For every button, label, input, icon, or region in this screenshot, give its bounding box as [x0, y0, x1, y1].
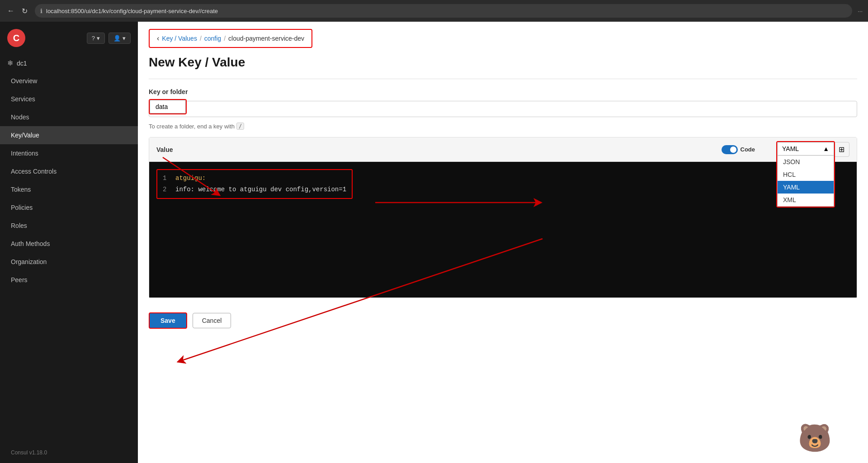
divider: [149, 79, 857, 79]
line-num-1: 1: [163, 173, 170, 184]
format-selected: YAML: [782, 145, 799, 152]
back-button[interactable]: ←: [5, 5, 16, 17]
sidebar-item-services[interactable]: Services: [0, 90, 138, 108]
breadcrumb-sep-1: /: [200, 35, 202, 42]
svg-line-2: [181, 239, 542, 361]
code-line-1: 1 atguigu:: [163, 173, 346, 184]
user-chevron: ▾: [123, 35, 126, 42]
value-section: Value Code ⊞ YAML ▲: [149, 137, 857, 298]
save-button[interactable]: Save: [149, 312, 187, 329]
sidebar-item-overview[interactable]: Overview: [0, 72, 138, 90]
browser-menu[interactable]: ···: [858, 8, 863, 14]
code-editor[interactable]: 1 atguigu: 2 info: welcome to atguigu de…: [149, 162, 857, 298]
breadcrumb: ‹ Key / Values / config / cloud-payment-…: [149, 29, 312, 48]
sidebar-item-peers[interactable]: Peers: [0, 271, 138, 289]
breadcrumb-back-icon: ‹: [157, 34, 159, 43]
browser-action-buttons: ···: [858, 8, 863, 14]
sidebar-header: C ? ▾ 👤 ▾: [0, 22, 138, 54]
format-options-list: JSON HCL YAML XML: [777, 156, 834, 207]
hint-text: To create a folder, end a key with /: [149, 123, 857, 130]
value-label: Value: [156, 146, 173, 153]
cancel-button[interactable]: Cancel: [193, 313, 231, 328]
sidebar-item-roles[interactable]: Roles: [0, 217, 138, 235]
sidebar-item-key-value[interactable]: Key/Value: [0, 126, 138, 144]
format-dropdown-container: YAML ▲ JSON HCL YAML XML: [776, 141, 835, 208]
format-option-hcl[interactable]: HCL: [778, 168, 834, 181]
copy-button[interactable]: ⊞: [834, 142, 849, 157]
value-header: Value Code ⊞: [149, 137, 857, 162]
format-trigger[interactable]: YAML ▲: [777, 142, 834, 156]
breadcrumb-config[interactable]: config: [204, 35, 221, 42]
arrows-overlay: [138, 22, 665, 424]
hint-section: To create a folder, end a key with /: [138, 123, 868, 137]
sidebar-item-policies[interactable]: Policies: [0, 198, 138, 217]
code-line-2: 2 info: welcome to atguigu dev config,ve…: [163, 184, 346, 195]
help-chevron: ▾: [97, 35, 100, 42]
format-option-yaml[interactable]: YAML: [778, 181, 834, 194]
sidebar: C ? ▾ 👤 ▾ ❄ dc1 Overview Services Nodes …: [0, 22, 138, 463]
format-dropdown: YAML ▲ JSON HCL YAML XML: [776, 141, 835, 208]
key-input[interactable]: [150, 100, 186, 113]
consul-logo: C: [7, 29, 25, 47]
code-toggle[interactable]: Code: [722, 145, 755, 154]
user-icon: 👤: [113, 35, 121, 42]
help-button[interactable]: ? ▾: [87, 33, 105, 44]
sidebar-version: Consul v1.18.0: [0, 442, 138, 463]
address-bar[interactable]: ℹ localhost:8500/ui/dc1/kv/config/cloud-…: [35, 4, 852, 18]
dc-icon: ❄: [7, 59, 13, 67]
sidebar-item-auth-methods[interactable]: Auth Methods: [0, 235, 138, 253]
sidebar-item-intentions[interactable]: Intentions: [0, 144, 138, 162]
code-content-2: info: welcome to atguigu dev config,vers…: [175, 184, 346, 195]
breadcrumb-sep-2: /: [224, 35, 226, 42]
mascot: 🐻: [798, 422, 832, 454]
line-num-2: 2: [163, 184, 170, 195]
info-icon: ℹ: [40, 8, 42, 14]
code-toggle-label: Code: [741, 146, 755, 153]
form-actions: Save Cancel: [138, 305, 868, 340]
page-title: New Key / Value: [138, 52, 868, 79]
hint-code: /: [236, 123, 244, 130]
question-icon: ?: [92, 35, 95, 42]
browser-chrome: ← ↻ ℹ localhost:8500/ui/dc1/kv/config/cl…: [0, 0, 868, 22]
sidebar-item-tokens[interactable]: Tokens: [0, 180, 138, 198]
user-button[interactable]: 👤 ▾: [108, 33, 131, 44]
dc-badge: ❄ dc1: [0, 54, 138, 72]
main-content: ‹ Key / Values / config / cloud-payment-…: [138, 22, 868, 463]
breadcrumb-current: cloud-payment-service-dev: [228, 35, 304, 42]
format-option-xml[interactable]: XML: [778, 194, 834, 206]
key-label: Key or folder: [149, 88, 857, 95]
toggle-switch[interactable]: [722, 145, 738, 154]
refresh-button[interactable]: ↻: [20, 5, 29, 17]
sidebar-item-access-controls[interactable]: Access Controls: [0, 162, 138, 180]
sidebar-item-organization[interactable]: Organization: [0, 253, 138, 271]
key-form-section: Key or folder: [138, 88, 868, 121]
format-option-json[interactable]: JSON: [778, 156, 834, 168]
url-text: localhost:8500/ui/dc1/kv/config/cloud-pa…: [46, 8, 218, 14]
code-editor-inner: 1 atguigu: 2 info: welcome to atguigu de…: [156, 169, 353, 199]
key-input-container: [149, 99, 187, 114]
code-content-1: atguigu:: [175, 173, 206, 184]
sidebar-item-nodes[interactable]: Nodes: [0, 108, 138, 126]
breadcrumb-key-values[interactable]: Key / Values: [162, 35, 197, 42]
format-chevron: ▲: [823, 145, 829, 152]
dc-label: dc1: [17, 60, 27, 67]
